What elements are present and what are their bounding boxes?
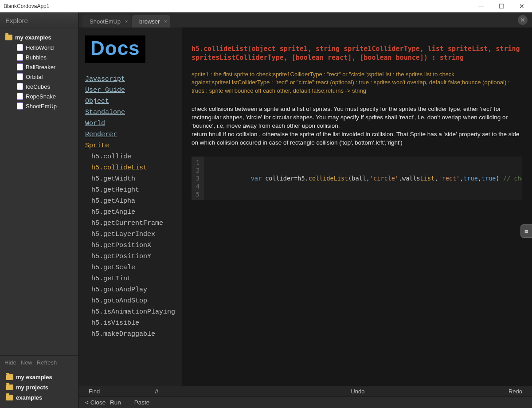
- close-all-tabs-button[interactable]: ✕: [518, 15, 528, 25]
- status-redo-button[interactable]: Redo: [505, 388, 526, 395]
- code-lines: var collider=h5.collideList(ball,'circle…: [204, 157, 522, 200]
- explore-folder-label: my examples: [16, 374, 52, 381]
- status-undo-button[interactable]: Undo: [347, 388, 368, 395]
- folder-icon: [5, 35, 12, 40]
- explore-new-button[interactable]: New: [21, 359, 32, 366]
- explore-hide-button[interactable]: Hide: [4, 359, 16, 366]
- docs-nav-method[interactable]: h5.isVisible: [91, 318, 176, 329]
- explore-folder[interactable]: examples: [0, 392, 78, 403]
- file-icon: [17, 93, 23, 100]
- explore-panel: Explore my examples HelloWorldBubblesBal…: [0, 12, 79, 408]
- tab-close-icon[interactable]: x: [125, 19, 128, 24]
- docs-nav-section[interactable]: Javascript: [85, 74, 176, 85]
- method-params: sprite1 : the first sprite to check;spri…: [192, 71, 522, 96]
- docs-nav-section[interactable]: Sprite: [85, 140, 176, 151]
- main-panel: ShootEmUpxbrowserx ✕ Docs JavascriptUser…: [79, 12, 532, 408]
- docs-nav-method[interactable]: h5.getWidth: [91, 173, 176, 184]
- docs-nav-section[interactable]: World: [85, 118, 176, 129]
- method-description: check collisions between a sprite and a …: [192, 105, 522, 147]
- folder-icon: [6, 374, 13, 380]
- docs-nav-method[interactable]: h5.getPositionY: [91, 251, 176, 262]
- docs-nav-section[interactable]: User Guide: [85, 85, 176, 96]
- status-paste-button[interactable]: Paste: [134, 399, 150, 406]
- explore-item[interactable]: Orbital: [0, 72, 78, 82]
- status-run-button[interactable]: Run: [110, 399, 121, 406]
- docs-nav-method[interactable]: h5.getAlpha: [91, 196, 176, 207]
- window-button-group: — ☐ ✕: [471, 0, 532, 12]
- file-icon: [17, 63, 23, 71]
- window-maximize-button[interactable]: ☐: [491, 0, 512, 12]
- explore-actions: Hide New Refresh: [0, 355, 78, 369]
- file-icon: [17, 73, 23, 80]
- docs-nav-method[interactable]: h5.getPositionX: [91, 240, 176, 251]
- status-bar-2: < Close Debug Run Paste: [79, 396, 532, 408]
- os-titlebar: BlankCordovaApp1 — ☐ ✕: [0, 0, 532, 12]
- explore-item-label: IceCubes: [26, 83, 50, 90]
- docs-nav-method[interactable]: h5.getCurrentFrame: [91, 218, 176, 229]
- docs-nav-method[interactable]: h5.collide: [91, 151, 176, 162]
- docs-nav-section[interactable]: Object: [85, 96, 176, 107]
- explore-item-label: Orbital: [26, 74, 43, 80]
- docs-nav-method[interactable]: h5.getAngle: [91, 207, 176, 218]
- explore-item[interactable]: HelloWorld: [0, 43, 78, 52]
- explore-item[interactable]: BallBreaker: [0, 62, 78, 72]
- tab[interactable]: ShootEmUpx: [82, 15, 131, 27]
- explore-folder[interactable]: my projects: [0, 382, 78, 392]
- explore-item-label: RopeSnake: [26, 93, 56, 100]
- docs-nav-section[interactable]: Standalone: [85, 107, 176, 118]
- app-root: Explore my examples HelloWorldBubblesBal…: [0, 12, 532, 408]
- docs-nav[interactable]: Docs JavascriptUser GuideObjectStandalon…: [79, 27, 182, 386]
- status-comment-button[interactable]: //: [152, 388, 162, 395]
- docs-logo: Docs: [85, 35, 145, 63]
- folder-icon: [6, 395, 13, 400]
- docs-nav-method[interactable]: h5.getTint: [91, 273, 176, 284]
- file-icon: [17, 44, 23, 51]
- docs-nav-method[interactable]: h5.gotoAndPlay: [91, 284, 176, 295]
- window-close-button[interactable]: ✕: [512, 0, 532, 12]
- tab-close-icon[interactable]: x: [164, 19, 167, 24]
- explore-item-label: HelloWorld: [26, 44, 54, 51]
- status-bar-1: Find // Undo Redo: [79, 386, 532, 396]
- docs-nav-section[interactable]: Renderer: [85, 129, 176, 140]
- method-signature: h5.collideList(object sprite1, string sp…: [192, 44, 522, 63]
- tab[interactable]: browserx: [132, 15, 170, 27]
- docs-nav-method[interactable]: h5.collideList: [91, 162, 176, 173]
- explore-folder[interactable]: my examples: [0, 372, 78, 382]
- explore-item[interactable]: ShootEmUp: [0, 101, 78, 111]
- explore-root-folder[interactable]: my examples: [0, 32, 78, 43]
- explore-folder-list: my examplesmy projectsexamples: [0, 369, 78, 408]
- explore-item[interactable]: RopeSnake: [0, 91, 78, 101]
- content-area: Docs JavascriptUser GuideObjectStandalon…: [79, 27, 532, 386]
- explore-item-label: ShootEmUp: [26, 103, 57, 110]
- app-body: Explore my examples HelloWorldBubblesBal…: [0, 12, 532, 408]
- window-minimize-button[interactable]: —: [471, 0, 491, 12]
- explore-refresh-button[interactable]: Refresh: [37, 359, 57, 366]
- explore-folder-label: my projects: [16, 384, 48, 391]
- status-find-button[interactable]: Find: [85, 388, 103, 395]
- docs-nav-method[interactable]: h5.getLayerIndex: [91, 229, 176, 240]
- code-gutter: 12345: [192, 157, 204, 200]
- docs-nav-method[interactable]: h5.isAnimationPlaying: [91, 306, 176, 318]
- docs-nav-method[interactable]: h5.getScale: [91, 262, 176, 273]
- folder-icon: [6, 384, 13, 390]
- explore-folder-label: examples: [16, 394, 42, 401]
- file-icon: [17, 54, 23, 61]
- docs-nav-method[interactable]: h5.getHeight: [91, 184, 176, 196]
- explore-tree: my examples HelloWorldBubblesBallBreaker…: [0, 29, 78, 355]
- docs-nav-method[interactable]: h5.gotoAndStop: [91, 295, 176, 306]
- side-panel-handle[interactable]: ≡: [520, 224, 532, 238]
- docs-nav-method[interactable]: h5.makeDraggable: [91, 329, 176, 340]
- tab-label: ShootEmUp: [90, 18, 121, 25]
- explore-root-label: my examples: [15, 34, 51, 41]
- file-icon: [17, 83, 23, 90]
- status-close-button[interactable]: < Close: [85, 399, 106, 406]
- explore-item[interactable]: IceCubes: [0, 82, 78, 91]
- file-icon: [17, 102, 23, 110]
- explore-header: Explore: [0, 12, 78, 29]
- explore-item-label: BallBreaker: [26, 64, 55, 71]
- docs-body[interactable]: h5.collideList(object sprite1, string sp…: [182, 27, 532, 386]
- window-title: BlankCordovaApp1: [4, 3, 49, 9]
- explore-item[interactable]: Bubbles: [0, 52, 78, 62]
- explore-item-label: Bubbles: [26, 54, 47, 61]
- tab-label: browser: [139, 18, 160, 25]
